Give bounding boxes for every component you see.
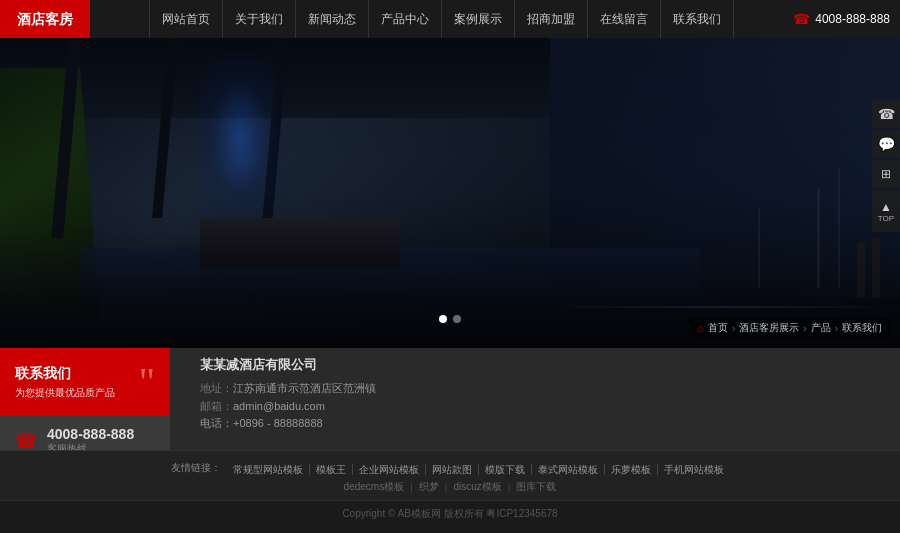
breadcrumb-product[interactable]: 产品 [811, 321, 831, 335]
footer-link-0[interactable]: 常规型网站模板 [227, 464, 310, 475]
breadcrumb-gallery[interactable]: 酒店客房展示 [739, 321, 799, 335]
footer-link-5[interactable]: 泰式网站模板 [532, 464, 605, 475]
footer-link-4[interactable]: 模版下载 [479, 464, 532, 475]
nav-item-3[interactable]: 产品中心 [369, 0, 442, 38]
company-address: 地址：江苏南通市示范酒店区范洲镇 [200, 380, 870, 398]
breadcrumb-home[interactable]: 首页 [708, 321, 728, 335]
company-name: 某某减酒店有限公司 [200, 356, 870, 374]
slide-dot-2[interactable] [453, 315, 461, 323]
header-phone-number: 4008-888-888 [815, 12, 890, 26]
copyright-text: Copyright © AB模板网 版权所有 粤ICP12345678 [342, 508, 557, 519]
footer-sub-link-0[interactable]: dedecms模板 [344, 480, 405, 494]
header-phone: ☎ 4008-888-888 [793, 11, 890, 27]
contact-title: 联系我们 [15, 365, 115, 383]
side-tool-top[interactable]: ▲ TOP [872, 190, 900, 232]
contact-box: 联系我们 为您提供最优品质产品 " [0, 348, 170, 416]
breadcrumb: ⌂ 首页 › 酒店客房展示 › 产品 › 联系我们 [689, 318, 890, 338]
nav-item-7[interactable]: 联系我们 [661, 0, 734, 38]
footer-link-6[interactable]: 乐萝模板 [605, 464, 658, 475]
logo-text: 酒店客房 [17, 11, 73, 28]
footer-sub-link-2[interactable]: discuz模板 [453, 480, 501, 494]
footer-copyright: Copyright © AB模板网 版权所有 粤ICP12345678 [0, 500, 900, 527]
footer-links: 友情链接： 常规型网站模板模板王企业网站模板网站款图模版下载泰式网站模板乐萝模板… [0, 450, 900, 502]
side-tool-phone[interactable]: ☎ [872, 100, 900, 128]
nav-item-1[interactable]: 关于我们 [223, 0, 296, 38]
footer-sub-row: dedecms模板|织梦|discuz模板|图库下载 [0, 480, 900, 494]
top-label: TOP [878, 214, 894, 223]
logo[interactable]: 酒店客房 [0, 0, 90, 38]
nav-item-4[interactable]: 案例展示 [442, 0, 515, 38]
contact-subtitle: 为您提供最优品质产品 [15, 386, 115, 400]
home-icon: ⌂ [697, 322, 704, 334]
footer-link-1[interactable]: 模板王 [310, 464, 353, 475]
company-email: 邮箱：admin@baidu.com [200, 398, 870, 416]
top-arrow-icon: ▲ [880, 200, 892, 214]
phone-box-number: 4008-888-888 [47, 426, 134, 442]
footer-link-7[interactable]: 手机网站模板 [658, 464, 730, 475]
breadcrumb-contact[interactable]: 联系我们 [842, 321, 882, 335]
side-tools: ☎ 💬 ⊞ ▲ TOP [872, 100, 900, 234]
footer-links-label: 友情链接： [171, 461, 221, 475]
phone-icon: ☎ [793, 11, 810, 27]
chat-side-icon: 💬 [878, 136, 895, 152]
footer-sub-link-1[interactable]: 织梦 [419, 480, 439, 494]
nav-item-0[interactable]: 网站首页 [149, 0, 223, 38]
company-info: 某某减酒店有限公司 地址：江苏南通市示范酒店区范洲镇 邮箱：admin@baid… [200, 356, 870, 433]
header: 酒店客房 网站首页关于我们新闻动态产品中心案例展示招商加盟在线留言联系我们 ☎ … [0, 0, 900, 38]
nav-item-2[interactable]: 新闻动态 [296, 0, 369, 38]
hero-section: ⌂ 首页 › 酒店客房展示 › 产品 › 联系我们 [0, 38, 900, 348]
slide-dots [439, 315, 461, 323]
phone-box-icon: ☎ [15, 430, 37, 452]
slide-dot-1[interactable] [439, 315, 447, 323]
footer-link-3[interactable]: 网站款图 [426, 464, 479, 475]
hero-background [0, 38, 900, 348]
company-phone: 电话：+0896 - 88888888 [200, 415, 870, 433]
footer-sub-link-3[interactable]: 图库下载 [516, 480, 556, 494]
navigation: 网站首页关于我们新闻动态产品中心案例展示招商加盟在线留言联系我们 [90, 0, 793, 38]
side-tool-chat[interactable]: 💬 [872, 130, 900, 158]
footer-link-2[interactable]: 企业网站模板 [353, 464, 426, 475]
phone-side-icon: ☎ [878, 106, 895, 122]
quote-mark: " [139, 362, 155, 402]
nav-item-6[interactable]: 在线留言 [588, 0, 661, 38]
nav-item-5[interactable]: 招商加盟 [515, 0, 588, 38]
side-tool-qr[interactable]: ⊞ [872, 160, 900, 188]
hero-overlay [0, 38, 900, 348]
qr-side-icon: ⊞ [881, 167, 891, 181]
footer-links-row: 友情链接： 常规型网站模板模板王企业网站模板网站款图模版下载泰式网站模板乐萝模板… [0, 459, 900, 477]
